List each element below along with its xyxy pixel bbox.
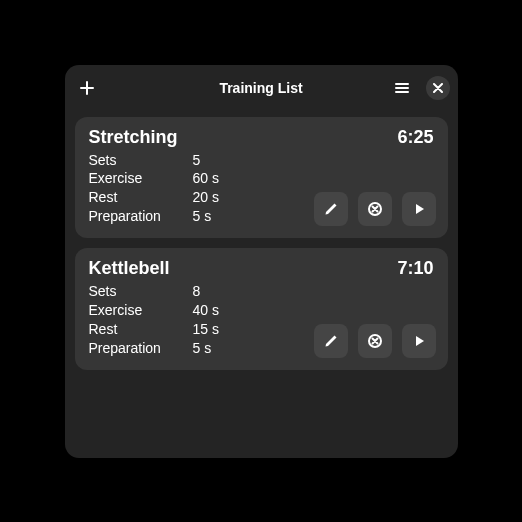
exercise-row: Exercise 60 s bbox=[89, 169, 434, 188]
rest-label: Rest bbox=[89, 320, 193, 339]
preparation-label: Preparation bbox=[89, 339, 193, 358]
card-header: Stretching 6:25 bbox=[89, 127, 434, 148]
training-duration: 6:25 bbox=[397, 127, 433, 148]
delete-button[interactable] bbox=[358, 324, 392, 358]
close-icon bbox=[433, 83, 443, 93]
cancel-circle-icon bbox=[367, 333, 383, 349]
sets-value: 8 bbox=[193, 282, 201, 301]
preparation-value: 5 s bbox=[193, 339, 212, 358]
hamburger-icon bbox=[394, 80, 410, 96]
training-name: Kettlebell bbox=[89, 258, 170, 279]
card-actions bbox=[314, 192, 436, 226]
sets-label: Sets bbox=[89, 282, 193, 301]
play-button[interactable] bbox=[402, 324, 436, 358]
content-area: Stretching 6:25 Sets 5 Exercise 60 s Res… bbox=[65, 111, 458, 376]
sets-label: Sets bbox=[89, 151, 193, 170]
training-card: Stretching 6:25 Sets 5 Exercise 60 s Res… bbox=[75, 117, 448, 239]
close-button[interactable] bbox=[426, 76, 450, 100]
rest-value: 15 s bbox=[193, 320, 219, 339]
sets-row: Sets 5 bbox=[89, 151, 434, 170]
training-card: Kettlebell 7:10 Sets 8 Exercise 40 s Res… bbox=[75, 248, 448, 370]
exercise-label: Exercise bbox=[89, 301, 193, 320]
delete-button[interactable] bbox=[358, 192, 392, 226]
card-header: Kettlebell 7:10 bbox=[89, 258, 434, 279]
sets-value: 5 bbox=[193, 151, 201, 170]
titlebar-left bbox=[73, 74, 143, 102]
preparation-label: Preparation bbox=[89, 207, 193, 226]
titlebar-right bbox=[380, 74, 450, 102]
edit-button[interactable] bbox=[314, 192, 348, 226]
training-duration: 7:10 bbox=[397, 258, 433, 279]
play-button[interactable] bbox=[402, 192, 436, 226]
card-actions bbox=[314, 324, 436, 358]
pencil-icon bbox=[323, 333, 339, 349]
titlebar: Training List bbox=[65, 65, 458, 111]
exercise-value: 60 s bbox=[193, 169, 219, 188]
menu-button[interactable] bbox=[388, 74, 416, 102]
pencil-icon bbox=[323, 201, 339, 217]
plus-icon bbox=[79, 80, 95, 96]
page-title: Training List bbox=[143, 80, 380, 96]
exercise-row: Exercise 40 s bbox=[89, 301, 434, 320]
play-icon bbox=[412, 202, 426, 216]
edit-button[interactable] bbox=[314, 324, 348, 358]
training-name: Stretching bbox=[89, 127, 178, 148]
rest-value: 20 s bbox=[193, 188, 219, 207]
rest-label: Rest bbox=[89, 188, 193, 207]
app-window: Training List Stretching 6:25 Sets bbox=[65, 65, 458, 458]
exercise-label: Exercise bbox=[89, 169, 193, 188]
exercise-value: 40 s bbox=[193, 301, 219, 320]
play-icon bbox=[412, 334, 426, 348]
preparation-value: 5 s bbox=[193, 207, 212, 226]
sets-row: Sets 8 bbox=[89, 282, 434, 301]
cancel-circle-icon bbox=[367, 201, 383, 217]
add-button[interactable] bbox=[73, 74, 101, 102]
